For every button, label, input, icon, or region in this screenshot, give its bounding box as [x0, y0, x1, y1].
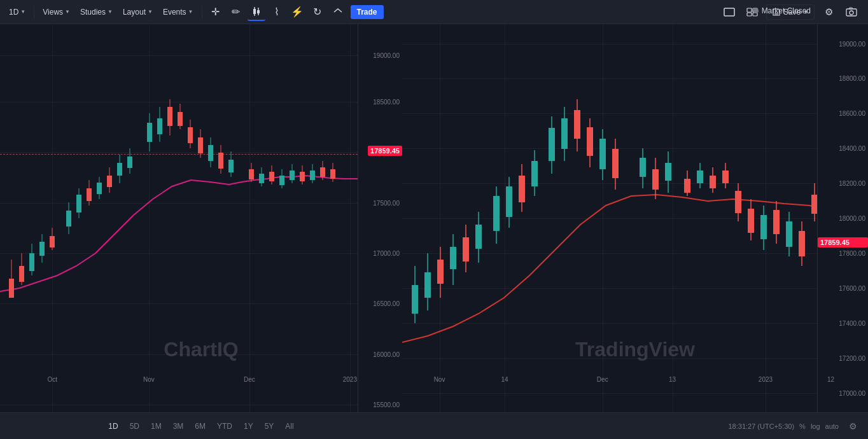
- svg-rect-38: [127, 157, 132, 168]
- price-label-19000: 19000.00: [373, 52, 400, 59]
- pct-button[interactable]: %: [799, 422, 806, 430]
- period-all[interactable]: All: [280, 419, 298, 433]
- svg-rect-60: [259, 174, 264, 183]
- left-bottom-bar: 1D 5D 1M 3M 6M YTD 1Y 5Y All: [0, 412, 402, 439]
- svg-rect-106: [612, 149, 619, 178]
- rtime-12: 12: [827, 376, 834, 383]
- svg-rect-28: [76, 195, 81, 213]
- line-chart-icon[interactable]: ⌇: [268, 3, 286, 21]
- rtime-13: 13: [669, 376, 676, 383]
- rprice-18800: 18800.00: [839, 75, 865, 82]
- right-candles-nov: [412, 212, 482, 323]
- left-toolbar: 1D ▼ Views ▼ Studies ▼ Layout ▼ Events ▼…: [0, 0, 402, 24]
- camera-icon[interactable]: [843, 3, 860, 21]
- candlestick-icon[interactable]: [248, 3, 265, 21]
- left-chart-area[interactable]: 19000.00 18500.00 18000.00 17500.00 1700…: [0, 24, 402, 412]
- left-price-axis: 19000.00 18500.00 18000.00 17500.00 1700…: [358, 24, 402, 412]
- rectangle-icon[interactable]: [720, 3, 738, 21]
- time-label-nov: Nov: [143, 376, 155, 383]
- svg-rect-116: [697, 171, 703, 183]
- svg-rect-0: [253, 9, 256, 14]
- rprice-17800: 17800.00: [839, 249, 865, 256]
- period-ytd[interactable]: YTD: [212, 419, 237, 433]
- svg-rect-22: [39, 242, 45, 256]
- crosshair-icon[interactable]: ✛: [207, 3, 225, 21]
- svg-rect-58: [249, 169, 254, 179]
- period-1y[interactable]: 1Y: [239, 419, 258, 433]
- divider-1: [34, 6, 34, 18]
- market-closed-dot-icon: [753, 8, 759, 13]
- svg-rect-34: [107, 176, 112, 187]
- svg-rect-54: [218, 153, 223, 169]
- period-5y[interactable]: 5Y: [260, 419, 279, 433]
- svg-rect-96: [549, 128, 555, 161]
- period-5d[interactable]: 5D: [125, 419, 144, 433]
- svg-rect-56: [228, 160, 234, 172]
- rprice-18200: 18200.00: [839, 180, 865, 187]
- svg-rect-98: [561, 118, 568, 149]
- svg-rect-40: [147, 123, 152, 142]
- studies-menu[interactable]: Studies ▼: [76, 6, 116, 18]
- rprice-17200: 17200.00: [839, 354, 865, 361]
- svg-rect-88: [493, 196, 500, 231]
- svg-rect-104: [599, 139, 606, 169]
- svg-rect-64: [279, 176, 284, 185]
- market-closed-indicator: Market Closed: [753, 6, 811, 15]
- settings-icon[interactable]: ⚙: [820, 3, 837, 21]
- time-label-2023: 2023: [343, 376, 357, 383]
- refresh-icon[interactable]: ↻: [309, 3, 326, 21]
- svg-rect-70: [310, 171, 315, 180]
- svg-rect-68: [300, 172, 305, 181]
- svg-rect-18: [19, 266, 24, 282]
- svg-rect-3: [257, 10, 260, 13]
- period-1d[interactable]: 1D: [103, 419, 123, 433]
- right-chart-area[interactable]: 19000.00 18800.00 18600.00 18400.00 1820…: [402, 24, 868, 412]
- svg-rect-74: [330, 169, 335, 179]
- price-label-17500: 17500.00: [373, 199, 400, 206]
- svg-rect-134: [811, 195, 817, 214]
- period-6m[interactable]: 6M: [190, 419, 211, 433]
- rprice-17400: 17400.00: [839, 319, 865, 326]
- left-chart-svg: [0, 24, 358, 412]
- lightning-icon[interactable]: ⚡: [288, 3, 306, 21]
- trade-button[interactable]: Trade: [351, 5, 384, 19]
- rprice-17600: 17600.00: [839, 284, 865, 291]
- rtime-nov: Nov: [434, 376, 445, 383]
- events-menu[interactable]: Events ▼: [159, 6, 197, 18]
- right-price-axis: 19000.00 18800.00 18600.00 18400.00 1820…: [817, 24, 868, 412]
- svg-rect-120: [722, 171, 729, 183]
- svg-rect-36: [117, 163, 122, 176]
- auto-button[interactable]: auto: [825, 422, 839, 430]
- time-label-dec: Dec: [244, 376, 255, 383]
- svg-rect-62: [269, 172, 274, 181]
- svg-rect-32: [97, 183, 102, 194]
- rtime-14: 14: [501, 376, 508, 383]
- price-label-15500: 15500.00: [373, 401, 400, 408]
- svg-rect-50: [198, 137, 203, 153]
- svg-rect-80: [437, 260, 444, 284]
- bottom-settings-icon[interactable]: ⚙: [844, 417, 862, 435]
- period-3m[interactable]: 3M: [168, 419, 189, 433]
- svg-rect-6: [724, 8, 734, 16]
- svg-rect-110: [652, 169, 659, 190]
- svg-rect-94: [531, 161, 538, 186]
- log-button[interactable]: log: [811, 422, 820, 430]
- views-menu[interactable]: Views ▼: [39, 6, 74, 18]
- svg-rect-7: [747, 8, 752, 12]
- svg-rect-76: [412, 285, 418, 314]
- svg-rect-20: [29, 253, 34, 271]
- period-1m[interactable]: 1M: [146, 419, 167, 433]
- svg-rect-46: [178, 112, 183, 126]
- draw-icon[interactable]: ✏: [227, 3, 245, 21]
- svg-rect-9: [747, 13, 752, 16]
- compare-icon[interactable]: [329, 3, 347, 21]
- price-label-16000: 16000.00: [373, 351, 400, 358]
- svg-rect-114: [684, 179, 690, 193]
- svg-rect-26: [66, 211, 71, 226]
- rprice-19000: 19000.00: [839, 40, 865, 47]
- layout-menu[interactable]: Layout ▼: [119, 6, 157, 18]
- svg-rect-118: [710, 176, 716, 188]
- timeframe-selector[interactable]: 1D ▼: [5, 6, 29, 18]
- rtime-dec: Dec: [597, 376, 608, 383]
- candles-nov: [66, 148, 132, 234]
